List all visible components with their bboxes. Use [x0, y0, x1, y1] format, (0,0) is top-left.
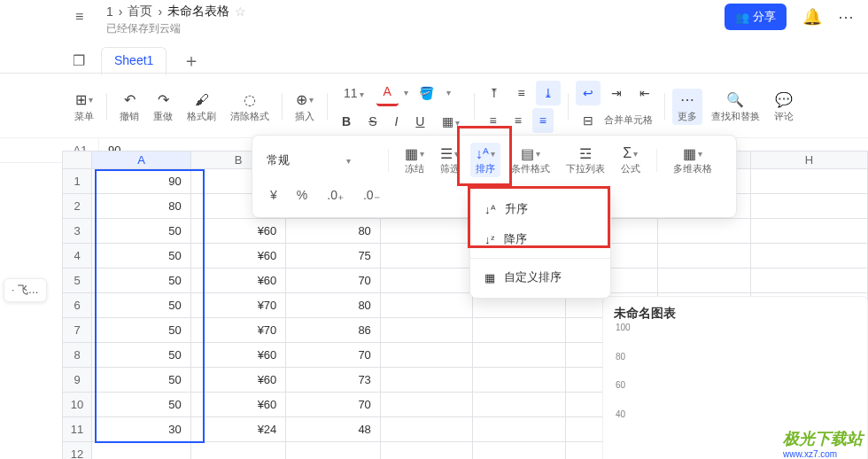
strike-button[interactable]: S	[361, 109, 384, 134]
cell[interactable]	[380, 268, 473, 293]
filter-button[interactable]: ☰▾筛选	[435, 143, 465, 177]
cell[interactable]	[380, 219, 473, 244]
cell[interactable]: 70	[286, 343, 381, 368]
more-icon[interactable]: ⋯	[838, 7, 854, 27]
sort-custom-item[interactable]: ▦自定义排序	[470, 262, 610, 292]
row-header[interactable]: 2	[63, 194, 92, 219]
cell[interactable]: 50	[92, 318, 191, 343]
select-all-corner[interactable]	[63, 152, 92, 169]
cell[interactable]	[190, 442, 286, 460]
more-tools-button[interactable]: ⋯更多	[672, 89, 702, 125]
valign-top-button[interactable]: ⤒	[482, 81, 507, 105]
cell[interactable]	[750, 219, 867, 244]
dec-inc-icon[interactable]: .0₊	[320, 183, 351, 207]
freeze-button[interactable]: ▦▾冻结	[399, 143, 430, 177]
borders-button[interactable]: ▦▾	[435, 109, 467, 134]
cell[interactable]	[380, 393, 473, 417]
add-tab-button[interactable]: ＋	[182, 49, 200, 73]
find-replace-button[interactable]: 🔍查找和替换	[706, 89, 765, 125]
cell[interactable]: ¥24	[190, 417, 286, 442]
number-format-select[interactable]: 常规 ▾	[263, 149, 377, 172]
cell[interactable]: ¥60	[190, 368, 286, 393]
cell[interactable]: 73	[286, 368, 381, 393]
cell[interactable]	[750, 244, 867, 268]
fill-color-button[interactable]: 🪣	[412, 81, 441, 105]
cell[interactable]	[750, 194, 867, 219]
cell[interactable]	[380, 293, 473, 318]
row-header[interactable]: 8	[63, 343, 92, 368]
merge-down-icon[interactable]: ⊟	[576, 108, 601, 133]
layers-icon[interactable]: ❐	[73, 52, 85, 69]
cell[interactable]	[380, 368, 473, 393]
italic-button[interactable]: I	[387, 109, 405, 134]
cell[interactable]	[380, 442, 473, 460]
menu-toggle-icon[interactable]: ≡	[75, 9, 83, 25]
font-color-button[interactable]: A	[376, 79, 399, 106]
cell[interactable]: 50	[92, 219, 191, 244]
row-header[interactable]: 10	[63, 393, 92, 417]
formula-button[interactable]: Σ▾公式	[616, 143, 646, 177]
cell[interactable]: 30	[92, 417, 191, 442]
align-center-button[interactable]: ≡	[508, 108, 529, 133]
row-header[interactable]: 9	[63, 368, 92, 393]
side-note[interactable]: · 飞…	[4, 278, 47, 302]
valign-mid-button[interactable]: ≡	[510, 81, 531, 105]
format-painter-button[interactable]: 🖌格式刷	[182, 89, 221, 125]
align-left-button[interactable]: ≡	[482, 108, 503, 133]
percent-icon[interactable]: %	[290, 183, 314, 207]
row-header[interactable]: 7	[63, 318, 92, 343]
insert-button[interactable]: ⊕▾插入	[290, 89, 320, 125]
cell[interactable]: 80	[286, 219, 381, 244]
menu-button[interactable]: ⊞▾菜单	[69, 89, 99, 125]
cell[interactable]: 50	[92, 268, 191, 293]
cell[interactable]: 48	[286, 417, 381, 442]
comment-button[interactable]: 💬评论	[769, 89, 799, 125]
dec-dec-icon[interactable]: .0₋	[356, 183, 387, 207]
sort-button[interactable]: ↓ᴬ▾排序	[470, 143, 500, 177]
cell[interactable]	[380, 318, 473, 343]
share-button[interactable]: 👥分享	[725, 4, 787, 30]
font-size-select[interactable]: 11▾	[335, 84, 373, 102]
valign-bottom-button[interactable]: ⤓	[536, 81, 561, 105]
align-right-button[interactable]: ≡	[532, 108, 554, 133]
dropdown-list-button[interactable]: ☲下拉列表	[561, 143, 610, 177]
cell[interactable]: 90	[92, 169, 191, 194]
cell[interactable]	[658, 219, 751, 244]
cell[interactable]	[473, 393, 566, 417]
cell[interactable]	[380, 343, 473, 368]
cell[interactable]: 80	[286, 293, 381, 318]
crumb-home[interactable]: 首页	[128, 4, 152, 19]
cell[interactable]	[750, 268, 867, 293]
cell[interactable]: 80	[92, 194, 191, 219]
row-header[interactable]: 1	[63, 169, 92, 194]
cell[interactable]	[380, 417, 473, 442]
notification-icon[interactable]: 🔔	[802, 7, 822, 27]
undo-button[interactable]: ↶撤销	[114, 89, 144, 125]
row-header[interactable]: 4	[63, 244, 92, 268]
row-header[interactable]: 11	[63, 417, 92, 442]
cell[interactable]: 70	[286, 393, 381, 417]
cell[interactable]: 50	[92, 368, 191, 393]
cond-format-button[interactable]: ▤▾条件格式	[506, 143, 555, 177]
currency-icon[interactable]: ¥	[263, 183, 284, 207]
cell[interactable]	[473, 368, 566, 393]
cell[interactable]	[473, 318, 566, 343]
cell[interactable]: 50	[92, 343, 191, 368]
col-header-H[interactable]: H	[750, 152, 867, 169]
tab-sheet1[interactable]: Sheet1	[101, 47, 167, 75]
cell[interactable]: ¥70	[190, 318, 286, 343]
underline-button[interactable]: U	[408, 109, 431, 134]
clear-format-button[interactable]: ◌清除格式	[225, 89, 275, 125]
cell[interactable]: 50	[92, 393, 191, 417]
cell[interactable]: 50	[92, 244, 191, 268]
redo-button[interactable]: ↷重做	[148, 89, 178, 125]
cell[interactable]	[473, 417, 566, 442]
cell[interactable]: ¥60	[190, 219, 286, 244]
cell[interactable]	[473, 442, 566, 460]
cell[interactable]: ¥60	[190, 343, 286, 368]
cell[interactable]: ¥70	[190, 293, 286, 318]
cell[interactable]: 86	[286, 318, 381, 343]
merge-button[interactable]: 合并单元格	[604, 113, 653, 127]
star-icon[interactable]: ☆	[235, 4, 246, 19]
cell[interactable]: 50	[92, 293, 191, 318]
